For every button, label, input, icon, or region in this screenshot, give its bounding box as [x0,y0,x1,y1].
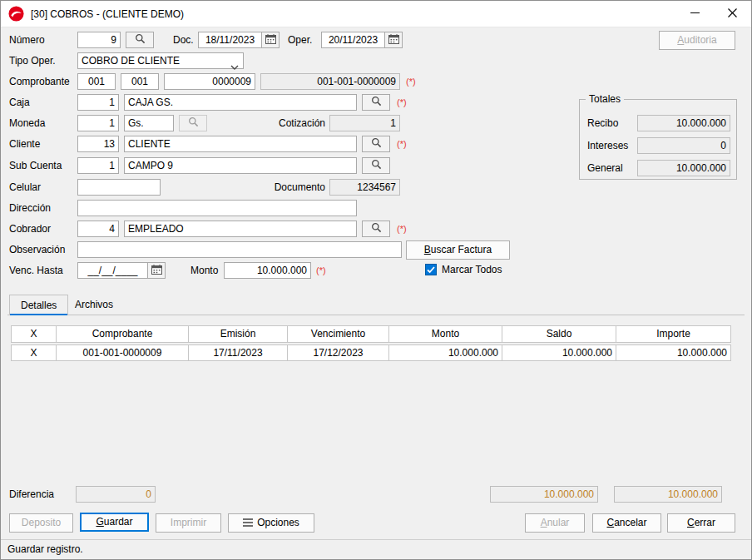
numero-search-button[interactable] [126,32,154,48]
tab-archivos-label: Archivos [75,299,113,310]
cancelar-button[interactable]: Cancelar [592,513,661,533]
observacion-input[interactable] [77,241,402,258]
comprobante-serie2-input[interactable]: 001 [121,73,159,90]
cliente-name-input[interactable]: CLIENTE [124,136,357,152]
sub-cuenta-search-button[interactable] [362,157,390,174]
cobrador-code-input[interactable]: 4 [77,221,119,237]
celular-label: Celular [9,179,41,196]
direccion-input[interactable] [77,200,357,216]
sub-cuenta-code-input[interactable]: 1 [77,157,119,174]
cobrador-name-input[interactable]: EMPLEADO [124,221,357,237]
total-saldo-field: 10.000.000 [490,486,598,503]
monto-input[interactable]: 10.000.000 [224,262,311,279]
direccion-label: Dirección [9,200,51,216]
caja-search-button[interactable] [362,94,390,111]
comprobante-serie1-input[interactable]: 001 [77,73,116,90]
cliente-search-button[interactable] [362,136,390,152]
doc-calendar-button[interactable] [262,32,280,48]
row-cell-saldo[interactable]: 10.000.000 [502,344,616,361]
sub-cuenta-label: Sub Cuenta [9,157,62,174]
col-header-comprobante: Comprobante [56,325,189,343]
close-icon [728,8,737,20]
calendar-icon [151,265,162,277]
title-bar: [30] COBROS - (CLIENTE DEMO) [1,1,751,27]
celular-input[interactable] [77,179,161,196]
row-cell-mark[interactable]: X [11,344,57,361]
oper-date-input[interactable]: 20/11/2023 [321,32,385,48]
oper-calendar-button[interactable] [385,32,403,48]
cerrar-button[interactable]: Cerrar [667,513,735,533]
doc-date-input[interactable]: 18/11/2023 [198,32,262,48]
monto-label: Monto [190,262,218,279]
col-header-saldo: Saldo [502,325,616,343]
required-marker: (*) [397,94,407,111]
documento-label: Documento [273,179,325,196]
numero-input[interactable]: 9 [77,32,121,48]
chevron-down-icon [230,59,239,74]
opciones-button[interactable]: Opciones [228,513,314,533]
col-header-importe: Importe [616,325,731,343]
cliente-label: Cliente [9,136,40,152]
moneda-label: Moneda [9,115,45,131]
total-importe-field: 10.000.000 [614,486,722,503]
cliente-code-input[interactable]: 13 [77,136,119,152]
anular-button: Anular [525,513,585,533]
row-cell-monto[interactable]: 10.000.000 [388,344,502,361]
caja-code-input[interactable]: 1 [77,94,119,111]
tipo-oper-selected-value: COBRO DE CLIENTE [82,55,180,67]
buscar-factura-button[interactable]: Buscar Factura [406,240,510,260]
comprobante-label: Comprobante [9,73,70,90]
recibo-label: Recibo [587,115,618,131]
status-text: Guardar registro. [7,543,83,555]
window-title: [30] COBROS - (CLIENTE DEMO) [31,8,184,20]
status-bar: Guardar registro. [1,539,751,559]
close-button[interactable] [714,1,751,27]
caja-name-input[interactable]: CAJA GS. [124,94,357,111]
checkbox-checked-icon [425,264,437,275]
required-marker: (*) [397,221,407,237]
row-cell-emision[interactable]: 17/11/2023 [188,344,288,361]
venc-hasta-input[interactable]: __/__/____ [77,262,148,279]
tab-archivos[interactable]: Archivos [64,295,124,315]
doc-label: Doc. [173,32,194,48]
general-label: General [587,160,623,176]
sub-cuenta-name-input[interactable]: CAMPO 9 [124,157,357,174]
caja-label: Caja [9,94,30,111]
menu-icon [243,515,253,533]
search-icon [371,137,382,151]
guardar-button[interactable]: Guardar [80,513,149,532]
moneda-name-input[interactable]: Gs. [124,115,174,131]
imprimir-button: Imprimir [156,513,221,533]
comprobante-numero-input[interactable]: 0000009 [164,73,255,90]
deposito-button: Deposito [9,513,73,533]
col-header-vencimiento: Vencimiento [287,325,389,343]
grid-header-row: X Comprobante Emisión Vencimiento Monto … [11,325,731,343]
venc-hasta-label: Venc. Hasta [9,262,63,279]
col-header-mark: X [11,325,57,343]
tab-strip: Detalles Archivos [7,294,745,315]
minimize-button[interactable] [676,1,714,27]
search-icon [188,116,199,130]
marcar-todos-checkbox[interactable]: Marcar Todos [425,264,502,275]
diferencia-field: 0 [76,486,156,503]
minimize-icon [690,8,700,20]
row-cell-comprobante[interactable]: 001-001-0000009 [56,344,189,361]
search-icon [371,222,382,235]
row-cell-vencimiento[interactable]: 17/12/2023 [287,344,389,361]
calendar-icon [388,34,399,47]
moneda-code-input[interactable]: 1 [77,115,119,131]
cobrador-search-button[interactable] [362,221,390,237]
grid-data-row[interactable]: X 001-001-0000009 17/11/2023 17/12/2023 … [11,344,731,361]
cotizacion-field: 1 [329,115,400,131]
totales-legend: Totales [586,93,624,105]
cobrador-label: Cobrador [9,221,51,237]
tab-detalles[interactable]: Detalles [9,295,68,315]
row-cell-importe[interactable]: 10.000.000 [616,344,731,361]
col-header-emision: Emisión [188,325,288,343]
required-marker: (*) [316,262,326,279]
col-header-monto: Monto [388,325,502,343]
diferencia-label: Diferencia [9,486,54,503]
search-icon [371,96,382,109]
venc-hasta-calendar-button[interactable] [148,262,166,279]
tipo-oper-select[interactable]: COBRO DE CLIENTE [77,52,244,69]
